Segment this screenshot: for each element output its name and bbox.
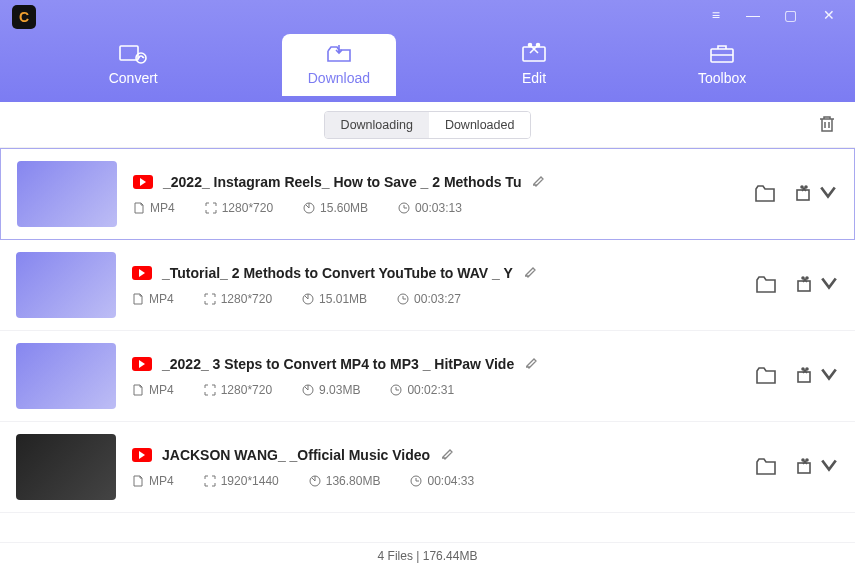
tab-convert[interactable]: Convert — [83, 34, 184, 96]
rename-button[interactable] — [523, 264, 537, 282]
svg-point-3 — [529, 44, 532, 47]
list-item[interactable]: _2022_ Instagram Reels_ How to Save _ 2 … — [0, 148, 855, 240]
svg-point-15 — [806, 277, 808, 279]
open-folder-button[interactable] — [756, 458, 776, 476]
item-title: _Tutorial_ 2 Methods to Convert YouTube … — [162, 265, 513, 281]
youtube-icon — [132, 266, 152, 280]
svg-rect-8 — [797, 190, 809, 200]
list-item[interactable]: _2022_ 3 Steps to Convert MP4 to MP3 _ H… — [0, 331, 855, 422]
app-icon: C — [12, 5, 36, 29]
size-label: 15.60MB — [303, 201, 368, 215]
item-title: _2022_ Instagram Reels_ How to Save _ 2 … — [163, 174, 521, 190]
download-icon — [325, 42, 353, 64]
duration-label: 00:03:13 — [398, 201, 462, 215]
resolution-label: 1920*1440 — [204, 474, 279, 488]
convert-button[interactable] — [795, 183, 838, 205]
tab-convert-label: Convert — [109, 70, 158, 86]
delete-all-button[interactable] — [817, 114, 837, 138]
duration-label: 00:03:27 — [397, 292, 461, 306]
svg-point-10 — [805, 186, 807, 188]
resolution-label: 1280*720 — [204, 292, 272, 306]
chevron-down-icon — [819, 365, 839, 387]
download-state-segment: Downloading Downloaded — [324, 111, 532, 139]
close-icon[interactable]: ✕ — [823, 7, 835, 23]
list-item[interactable]: _Tutorial_ 2 Methods to Convert YouTube … — [0, 240, 855, 331]
tab-toolbox[interactable]: Toolbox — [672, 34, 772, 96]
convert-icon — [119, 42, 147, 64]
tab-download[interactable]: Download — [282, 34, 396, 96]
convert-button[interactable] — [796, 274, 839, 296]
thumbnail — [16, 252, 116, 318]
duration-label: 00:02:31 — [390, 383, 454, 397]
tab-toolbox-label: Toolbox — [698, 70, 746, 86]
size-label: 15.01MB — [302, 292, 367, 306]
chevron-down-icon — [819, 456, 839, 478]
format-label: MP4 — [132, 383, 174, 397]
segment-downloading[interactable]: Downloading — [325, 112, 429, 138]
tab-edit-label: Edit — [522, 70, 546, 86]
rename-button[interactable] — [524, 355, 538, 373]
chevron-down-icon — [818, 183, 838, 205]
format-label: MP4 — [132, 474, 174, 488]
youtube-icon — [132, 448, 152, 462]
thumbnail — [17, 161, 117, 227]
segment-downloaded[interactable]: Downloaded — [429, 112, 531, 138]
thumbnail — [16, 434, 116, 500]
duration-label: 00:04:33 — [410, 474, 474, 488]
menu-icon[interactable]: ≡ — [712, 7, 720, 23]
maximize-icon[interactable]: ▢ — [784, 7, 797, 23]
resolution-label: 1280*720 — [204, 383, 272, 397]
svg-rect-23 — [798, 463, 810, 473]
tab-download-label: Download — [308, 70, 370, 86]
svg-point-24 — [802, 459, 804, 461]
size-label: 136.80MB — [309, 474, 381, 488]
svg-point-9 — [801, 186, 803, 188]
rename-button[interactable] — [440, 446, 454, 464]
size-label: 9.03MB — [302, 383, 360, 397]
svg-rect-18 — [798, 372, 810, 382]
minimize-icon[interactable]: — — [746, 7, 758, 23]
svg-point-4 — [537, 44, 540, 47]
convert-button[interactable] — [796, 365, 839, 387]
youtube-icon — [132, 357, 152, 371]
chevron-down-icon — [819, 274, 839, 296]
youtube-icon — [133, 175, 153, 189]
svg-point-25 — [806, 459, 808, 461]
svg-point-20 — [806, 368, 808, 370]
format-label: MP4 — [133, 201, 175, 215]
toolbox-icon — [708, 42, 736, 64]
svg-point-14 — [802, 277, 804, 279]
edit-icon — [520, 42, 548, 64]
thumbnail — [16, 343, 116, 409]
item-title: JACKSON WANG_ _Official Music Video — [162, 447, 430, 463]
open-folder-button[interactable] — [755, 185, 775, 203]
header: C ≡ — ▢ ✕ Convert Download Edit Toolbox — [0, 0, 855, 102]
resolution-label: 1280*720 — [205, 201, 273, 215]
open-folder-button[interactable] — [756, 367, 776, 385]
open-folder-button[interactable] — [756, 276, 776, 294]
rename-button[interactable] — [531, 173, 545, 191]
trash-icon — [817, 114, 837, 134]
download-list: _2022_ Instagram Reels_ How to Save _ 2 … — [0, 148, 855, 542]
format-label: MP4 — [132, 292, 174, 306]
item-title: _2022_ 3 Steps to Convert MP4 to MP3 _ H… — [162, 356, 514, 372]
list-item[interactable]: JACKSON WANG_ _Official Music Video MP4 … — [0, 422, 855, 513]
convert-button[interactable] — [796, 456, 839, 478]
status-footer: 4 Files | 176.44MB — [0, 542, 855, 568]
svg-point-19 — [802, 368, 804, 370]
svg-rect-13 — [798, 281, 810, 291]
tab-edit[interactable]: Edit — [494, 34, 574, 96]
